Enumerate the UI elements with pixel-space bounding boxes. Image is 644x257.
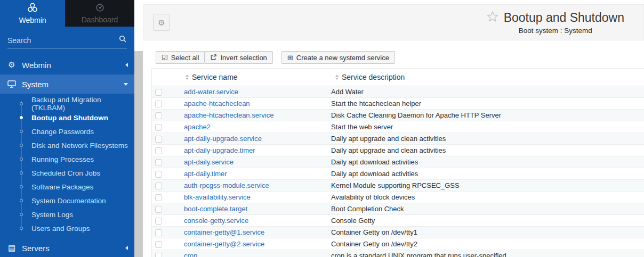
row-checkbox[interactable] — [155, 229, 162, 236]
row-checkbox[interactable] — [155, 241, 162, 248]
sidebar-item-label: System Documentation — [31, 197, 106, 205]
sidebar-item-label: Backup and Migration (TKLBAM) — [31, 96, 134, 112]
service-link[interactable]: container-getty@1.service — [184, 228, 264, 236]
row-checkbox-cell — [152, 168, 184, 179]
table-row: apache2Start the web server — [152, 121, 644, 132]
button-label: Create a new systemd service — [296, 54, 389, 62]
service-name-column-header[interactable]: Service name — [184, 69, 331, 86]
service-description: Daily apt download activities — [331, 156, 644, 168]
button-label: Select all — [171, 54, 199, 62]
row-checkbox[interactable] — [155, 253, 162, 257]
table-row: apt-daily-upgrade.timerDaily apt upgrade… — [152, 144, 644, 156]
row-checkbox[interactable] — [155, 159, 162, 166]
sidebar-item-label: Disk and Network Filesystems — [31, 142, 128, 150]
sidebar-item-users-and-groups[interactable]: Users and Groups — [0, 221, 134, 235]
row-checkbox-cell — [152, 86, 184, 97]
sidebar-item-running-processes[interactable]: Running Processes — [0, 152, 134, 166]
sidebar-item-scheduled-cron-jobs[interactable]: Scheduled Cron Jobs — [0, 166, 134, 180]
select-all-button[interactable]: ☑ Select all — [156, 51, 205, 64]
create-systemd-service-button[interactable]: ⊞ Create a new systemd service — [281, 51, 395, 64]
service-link[interactable]: apt-daily.timer — [184, 170, 227, 178]
title-block: Bootup and Shutdown Boot system : System… — [487, 11, 624, 35]
row-checkbox[interactable] — [155, 89, 162, 96]
row-checkbox[interactable] — [155, 136, 162, 143]
service-description: Daily apt download activities — [331, 168, 644, 179]
sidebar-item-label: Bootup and Shutdown — [31, 114, 108, 122]
row-checkbox[interactable] — [155, 218, 162, 225]
sidebar-item-bootup-and-shutdown[interactable]: Bootup and Shutdown — [0, 111, 134, 125]
bullet-icon — [20, 102, 23, 105]
bullet-icon — [20, 116, 23, 119]
sidebar-item-change-passwords[interactable]: Change Passwords — [0, 125, 134, 138]
row-checkbox[interactable] — [155, 112, 162, 119]
service-link[interactable]: apt-daily.service — [184, 158, 234, 166]
sidebar-item-system-documentation[interactable]: System Documentation — [0, 194, 134, 208]
plus-square-icon: ⊞ — [287, 54, 293, 61]
bullet-icon — [20, 199, 23, 202]
sort-icon[interactable] — [335, 74, 339, 80]
row-checkbox[interactable] — [155, 194, 162, 201]
sort-icon[interactable] — [186, 74, 189, 80]
tab-dashboard[interactable]: Dashboard — [65, 0, 134, 27]
service-link[interactable]: apt-daily-upgrade.timer — [184, 146, 255, 154]
sidebar-section-system[interactable]: System — [0, 74, 134, 94]
bullet-icon — [20, 144, 23, 147]
service-link[interactable]: add-water.service — [184, 88, 238, 96]
row-checkbox[interactable] — [155, 171, 162, 178]
bullet-icon — [20, 157, 23, 161]
sidebar-item-system-logs[interactable]: System Logs — [0, 208, 134, 221]
service-description: Kernel Module supporting RPCSEC_GSS — [331, 179, 644, 191]
tab-webmin[interactable]: Webmin — [0, 0, 65, 27]
table-row: apache-htcachecleanStart the htcacheclea… — [152, 97, 644, 109]
tab-dashboard-label: Dashboard — [82, 15, 118, 24]
service-link[interactable]: console-getty.service — [184, 217, 248, 225]
service-link[interactable]: boot-complete.target — [184, 205, 247, 213]
service-link[interactable]: container-getty@2.service — [184, 240, 264, 248]
service-link[interactable]: apt-daily-upgrade.service — [184, 135, 262, 143]
service-description: Disk Cache Cleaning Daemon for Apache HT… — [331, 109, 644, 121]
webmin-logo-icon — [27, 2, 38, 15]
service-link[interactable]: apache-htcacheclean.service — [184, 111, 273, 119]
sidebar-section-servers[interactable]: ▤ Servers — [0, 238, 134, 257]
row-checkbox-cell — [152, 144, 184, 156]
row-checkbox[interactable] — [155, 183, 162, 189]
search-icon[interactable] — [119, 35, 127, 45]
bullet-icon — [20, 213, 23, 216]
module-config-button[interactable]: ⚙ — [153, 14, 170, 31]
table-header-row: Service name Service description — [152, 69, 644, 86]
row-checkbox-cell — [152, 121, 184, 132]
sidebar-section-webmin[interactable]: ⚙ Webmin — [0, 55, 134, 74]
service-link[interactable]: cron — [184, 252, 197, 257]
service-link[interactable]: apache-htcacheclean — [184, 100, 250, 107]
row-checkbox[interactable] — [155, 206, 162, 213]
star-icon[interactable] — [487, 11, 498, 24]
row-checkbox[interactable] — [155, 101, 162, 107]
sidebar-item-disk-and-network-filesystems[interactable]: Disk and Network Filesystems — [0, 138, 134, 152]
service-link[interactable]: apache2 — [184, 123, 211, 131]
row-checkbox[interactable] — [155, 124, 162, 131]
invert-selection-button[interactable]: Invert selection — [204, 51, 272, 64]
service-link[interactable]: blk-availability.service — [184, 193, 251, 201]
row-checkbox-cell — [152, 250, 184, 257]
sidebar-item-label: Running Processes — [31, 155, 94, 163]
table-row: auth-rpcgss-module.serviceKernel Module … — [152, 179, 644, 191]
main-content: ⚙ Bootup and Shutdown Boot system : Syst… — [134, 0, 644, 257]
service-link[interactable]: auth-rpcgss-module.service — [184, 181, 269, 189]
service-description: Add Water — [331, 86, 644, 97]
table-row: blk-availability.serviceAvailability of … — [152, 191, 644, 203]
service-name-cell: apache-htcacheclean.service — [184, 109, 331, 121]
service-name-cell: blk-availability.service — [184, 191, 331, 203]
service-description: Start the htcacheclean helper — [331, 97, 644, 109]
sidebar-item-backup-and-migration-tklbam-[interactable]: Backup and Migration (TKLBAM) — [0, 97, 134, 111]
service-name-cell: console-getty.service — [184, 214, 331, 226]
sidebar-item-label: Change Passwords — [31, 128, 94, 136]
row-checkbox[interactable] — [155, 147, 162, 154]
search-input[interactable] — [7, 36, 119, 45]
row-checkbox-cell — [152, 97, 184, 109]
row-checkbox-cell — [152, 132, 184, 144]
sidebar-item-software-packages[interactable]: Software Packages — [0, 180, 134, 194]
services-table-wrap: Service name Service description add-wat… — [151, 68, 644, 257]
service-description: Availability of block devices — [331, 191, 644, 203]
table-row: apache-htcacheclean.serviceDisk Cache Cl… — [152, 109, 644, 121]
service-description-column-header[interactable]: Service description — [331, 69, 644, 86]
